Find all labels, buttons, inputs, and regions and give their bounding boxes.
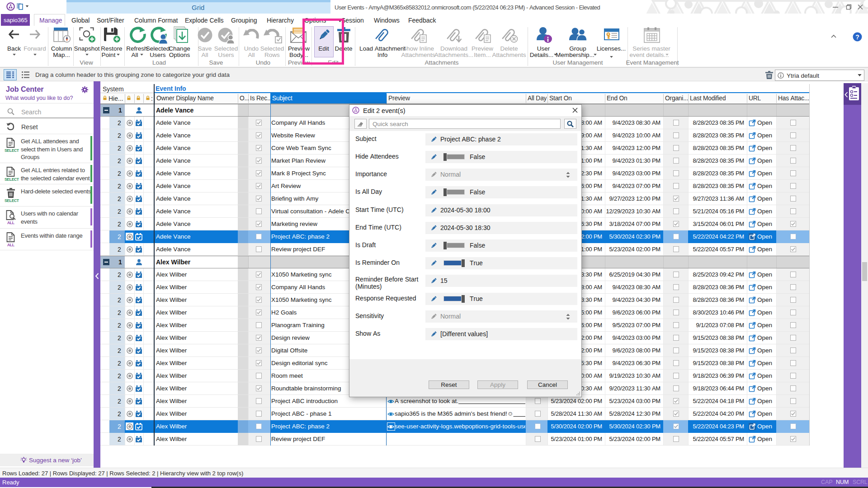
svg-text:?: ?: [855, 33, 859, 41]
